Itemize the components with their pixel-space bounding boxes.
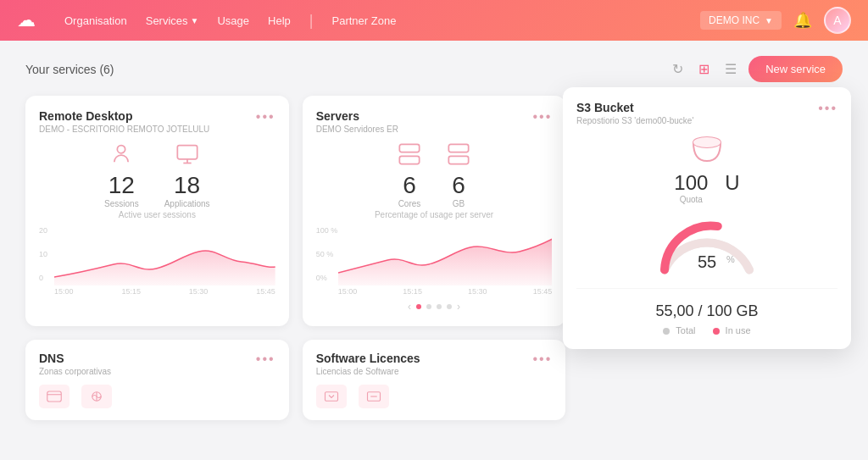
applications-stat: 18 Applications <box>164 142 210 208</box>
bottom-cards-row: DNS Zonas corporativas ••• <box>25 340 843 420</box>
pagination-dot-2[interactable] <box>426 304 431 309</box>
refresh-icon[interactable]: ↻ <box>669 58 687 80</box>
grid-view-icon[interactable]: ⊞ <box>695 58 713 80</box>
card-header: S3 Bucket Repostiorio S3 'demo00-bucke' … <box>576 101 837 125</box>
software-icon-1 <box>316 385 347 408</box>
svg-rect-9 <box>448 156 468 163</box>
nav-partner-zone[interactable]: Partner Zone <box>332 14 397 27</box>
legend-in-use: In use <box>713 325 751 335</box>
usage-gauge: 55 % <box>576 213 837 276</box>
dns-icon-1 <box>39 385 70 408</box>
pagination-dot-3[interactable] <box>437 304 442 309</box>
nav-help[interactable]: Help <box>268 14 291 27</box>
user-avatar[interactable]: A <box>824 7 851 34</box>
main-content: Your services (6) ↻ ⊞ ☰ New service Remo… <box>0 41 868 435</box>
card-subtitle: DEMO - ESCRITORIO REMOTO JOTELULU <box>39 125 209 134</box>
sessions-stat: 12 Sessions <box>104 142 139 208</box>
software-subtitle: Licencias de Software <box>316 367 420 376</box>
dns-mini-icons <box>39 385 275 408</box>
storage-icon <box>447 142 470 170</box>
cores-label: Cores <box>398 199 421 208</box>
card-stats: 12 Sessions 18 Applications <box>39 142 275 208</box>
nav-organisation[interactable]: Organisation <box>64 14 127 27</box>
svg-text:55: 55 <box>698 252 716 271</box>
svg-rect-8 <box>448 144 468 152</box>
software-title: Software Licences <box>316 352 420 365</box>
svg-rect-16 <box>47 391 62 402</box>
sessions-value: 12 <box>104 174 139 197</box>
card-menu-dots[interactable]: ••• <box>533 109 553 125</box>
services-toolbar: Your services (6) ↻ ⊞ ☰ New service <box>25 56 843 82</box>
new-service-button[interactable]: New service <box>748 56 843 82</box>
total-dot <box>663 328 670 335</box>
user-icon <box>104 142 139 170</box>
software-mini-icons <box>316 385 553 408</box>
header-right: DEMO INC ▼ 🔔 A <box>700 7 851 34</box>
card-header: Software Licences Licencias de Software … <box>316 352 553 376</box>
applications-value: 18 <box>164 174 210 197</box>
app-header: ☁ Organisation Services ▼ Usage Help | P… <box>0 0 868 41</box>
software-menu-dots[interactable]: ••• <box>533 352 553 367</box>
company-selector[interactable]: DEMO INC ▼ <box>700 11 782 30</box>
next-page-arrow[interactable]: › <box>457 301 460 313</box>
s3-bucket-card: S3 Bucket Repostiorio S3 'demo00-bucke' … <box>563 87 851 349</box>
dns-menu-dots[interactable]: ••• <box>256 352 275 367</box>
dns-subtitle: Zonas corporativas <box>39 367 111 376</box>
dns-card: DNS Zonas corporativas ••• <box>25 340 289 420</box>
applications-label: Applications <box>164 199 210 208</box>
in-use-dot <box>713 328 720 335</box>
cores-value: 6 <box>398 174 421 197</box>
card-menu-dots[interactable]: ••• <box>256 109 275 125</box>
pagination: ‹ › <box>316 301 553 313</box>
main-nav: Organisation Services ▼ Usage Help | Par… <box>64 12 680 30</box>
card-description: Percentage of usage per server <box>316 210 553 219</box>
gb-stat: 6 GB <box>447 142 470 208</box>
toolbar-actions: ↻ ⊞ ☰ New service <box>669 56 843 82</box>
gb-value: 6 <box>447 174 470 197</box>
sessions-chart: 20 10 0 15:00 15:15 15:30 <box>39 226 275 294</box>
card-title: Remote Desktop <box>39 109 209 123</box>
svg-rect-4 <box>399 144 419 152</box>
card-description: Active user sessions <box>39 210 275 219</box>
sessions-label: Sessions <box>104 199 139 208</box>
card-subtitle: DEMO Servidores ER <box>316 125 398 134</box>
card-title: Servers <box>316 109 398 123</box>
app-logo: ☁ <box>17 9 36 31</box>
cores-stat: 6 Cores <box>398 142 421 208</box>
card-header: Remote Desktop DEMO - ESCRITORIO REMOTO … <box>39 109 275 134</box>
software-licences-card: Software Licences Licencias de Software … <box>303 340 566 420</box>
s3-bucket-icon <box>690 136 724 166</box>
s3-usage-text: 55,00 / 100 GB <box>576 302 837 320</box>
prev-page-arrow[interactable]: ‹ <box>408 301 411 313</box>
s3-legend: Total In use <box>576 325 837 335</box>
gb-label: GB <box>447 199 470 208</box>
nav-services[interactable]: Services ▼ <box>146 14 199 27</box>
svg-point-0 <box>118 146 125 153</box>
dns-title: DNS <box>39 352 111 365</box>
server-icon <box>398 142 421 170</box>
pagination-dot-1[interactable] <box>416 304 421 309</box>
cards-grid: Remote Desktop DEMO - ESCRITORIO REMOTO … <box>25 96 843 326</box>
svg-rect-20 <box>325 392 337 402</box>
card-header: DNS Zonas corporativas ••• <box>39 352 275 376</box>
dns-icon-2 <box>81 385 112 408</box>
svg-rect-1 <box>177 146 197 159</box>
legend-total: Total <box>663 325 695 335</box>
card-header: Servers DEMO Servidores ER ••• <box>316 109 553 134</box>
software-icon-2 <box>359 385 389 408</box>
svg-point-13 <box>693 137 721 147</box>
servers-chart: 100 % 50 % 0% 15:00 15:15 1 <box>316 226 553 294</box>
list-view-icon[interactable]: ☰ <box>721 58 740 80</box>
pagination-dot-4[interactable] <box>447 304 452 309</box>
notifications-bell[interactable]: 🔔 <box>793 11 812 30</box>
usage-abbreviated: U <box>725 171 739 195</box>
services-count: Your services (6) <box>25 63 669 76</box>
quota-label: Quota <box>674 195 708 204</box>
s3-menu-dots[interactable]: ••• <box>818 101 837 116</box>
monitor-icon <box>164 142 210 170</box>
servers-card: Servers DEMO Servidores ER ••• 6 Cores <box>303 96 566 326</box>
nav-usage[interactable]: Usage <box>217 14 249 27</box>
nav-separator: | <box>309 12 314 30</box>
s3-card-title: S3 Bucket <box>576 101 693 114</box>
svg-text:%: % <box>726 254 735 264</box>
